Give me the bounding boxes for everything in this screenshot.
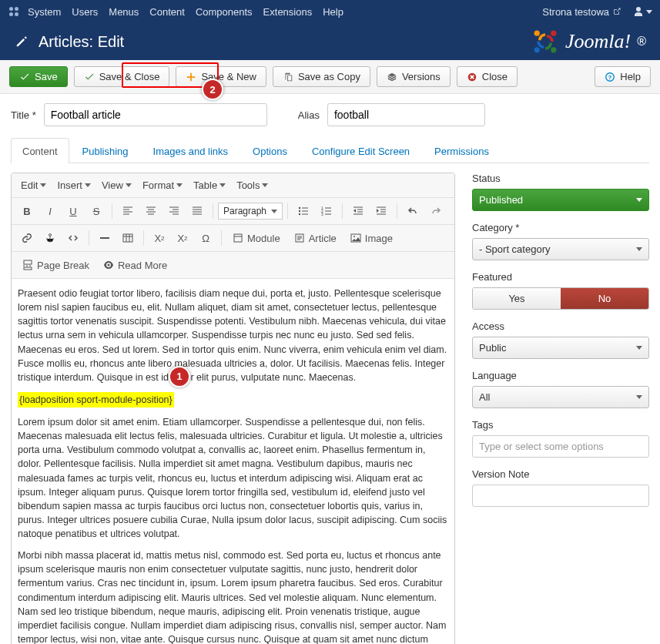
category-label: Category * xyxy=(472,222,649,233)
tab-content[interactable]: Content xyxy=(11,138,69,163)
menu-components[interactable]: Components xyxy=(196,6,253,18)
editor-menu-format[interactable]: Format xyxy=(138,176,187,194)
align-center-icon xyxy=(146,206,156,216)
charmap-button[interactable]: Ω xyxy=(195,228,216,248)
content-paragraph: Lorem ipsum dolor sit amet enim. Etiam u… xyxy=(18,415,448,541)
link-button[interactable] xyxy=(16,228,38,248)
anchor-button[interactable] xyxy=(39,228,61,248)
alias-input[interactable] xyxy=(327,103,485,126)
subscript-button[interactable]: X2 xyxy=(149,228,170,248)
caret-down-icon xyxy=(646,10,652,14)
tab-images-links[interactable]: Images and links xyxy=(142,138,240,163)
align-left-button[interactable] xyxy=(117,201,139,221)
menu-help[interactable]: Help xyxy=(323,6,343,18)
editor-menu-table[interactable]: Table xyxy=(189,176,230,194)
form-body: Title * Alias Content Publishing Images … xyxy=(0,94,660,644)
editor-content[interactable]: Praesent odio feugiat tortor libero, fac… xyxy=(12,279,454,644)
caret-down-icon xyxy=(636,346,642,350)
tab-options[interactable]: Options xyxy=(241,138,299,163)
align-right-icon xyxy=(169,206,179,216)
category-select[interactable]: - Sport category xyxy=(472,238,649,260)
site-frontend-link[interactable]: Strona testowa xyxy=(542,6,621,18)
caret-down-icon xyxy=(271,210,277,213)
indent-button[interactable] xyxy=(370,201,392,221)
outdent-button[interactable] xyxy=(347,201,369,221)
module-button[interactable]: Module xyxy=(226,228,286,248)
hr-button[interactable] xyxy=(94,228,116,248)
save-button[interactable]: Save xyxy=(9,66,68,87)
save-close-button[interactable]: Save & Close xyxy=(74,66,170,87)
caret-down-icon xyxy=(636,247,642,251)
tab-publishing[interactable]: Publishing xyxy=(71,138,140,163)
featured-no[interactable]: No xyxy=(561,288,648,309)
featured-toggle[interactable]: Yes No xyxy=(472,287,649,310)
versions-button[interactable]: Versions xyxy=(377,66,451,87)
stack-icon xyxy=(387,72,397,82)
menu-users[interactable]: Users xyxy=(72,6,98,18)
editor-menu-view[interactable]: View xyxy=(97,176,136,194)
code-button[interactable] xyxy=(62,228,84,248)
joomla-brand: Joomla!® xyxy=(531,28,646,55)
align-right-button[interactable] xyxy=(163,201,185,221)
undo-button[interactable] xyxy=(402,201,424,221)
number-list-button[interactable]: 123 xyxy=(316,201,337,221)
menu-menus[interactable]: Menus xyxy=(109,6,139,18)
editor-menu-insert[interactable]: Insert xyxy=(52,176,95,194)
editor-menu-tools[interactable]: Tools xyxy=(232,176,273,194)
access-label: Access xyxy=(472,320,649,332)
svg-point-11 xyxy=(299,207,300,209)
table-icon xyxy=(122,233,133,243)
help-button[interactable]: ? Help xyxy=(595,66,651,87)
pagebreak-button[interactable]: Page Break xyxy=(16,255,95,275)
caret-down-icon xyxy=(636,395,642,399)
version-note-input[interactable] xyxy=(472,485,649,507)
redo-button[interactable] xyxy=(425,201,447,221)
menu-system[interactable]: System xyxy=(28,6,61,18)
svg-point-22 xyxy=(353,236,355,237)
close-button[interactable]: Close xyxy=(457,66,518,87)
underline-button[interactable]: U xyxy=(62,201,84,221)
align-justify-button[interactable] xyxy=(186,201,208,221)
italic-button[interactable]: I xyxy=(39,201,61,221)
table-button[interactable] xyxy=(117,228,139,248)
bullet-list-button[interactable] xyxy=(293,201,314,221)
featured-yes[interactable]: Yes xyxy=(473,288,561,309)
user-menu[interactable] xyxy=(632,5,652,18)
svg-point-1 xyxy=(15,7,18,11)
editor: Edit Insert View Format Table Tools B I … xyxy=(11,173,455,644)
module-icon xyxy=(233,233,243,243)
image-button[interactable]: Image xyxy=(344,228,399,248)
tab-permissions[interactable]: Permissions xyxy=(423,138,501,163)
undo-icon xyxy=(407,206,418,216)
joomla-logo-icon xyxy=(531,28,559,55)
bold-button[interactable]: B xyxy=(16,201,38,221)
superscript-button[interactable]: X2 xyxy=(172,228,193,248)
article-button[interactable]: Article xyxy=(288,228,343,248)
language-select[interactable]: All xyxy=(472,386,649,408)
content-paragraph: Praesent odio feugiat tortor libero, fac… xyxy=(18,287,448,384)
indent-icon xyxy=(376,206,387,216)
access-select[interactable]: Public xyxy=(472,337,649,359)
status-select[interactable]: Published xyxy=(472,189,649,211)
code-icon xyxy=(68,233,79,243)
featured-label: Featured xyxy=(472,271,649,283)
strike-button[interactable]: S xyxy=(85,201,107,221)
align-center-button[interactable] xyxy=(140,201,162,221)
svg-point-2 xyxy=(9,12,13,16)
pagebreak-icon xyxy=(22,260,33,270)
tags-input[interactable]: Type or select some options xyxy=(472,435,649,458)
save-copy-button[interactable]: Save as Copy xyxy=(273,66,370,87)
menu-content[interactable]: Content xyxy=(149,6,185,18)
tab-configure-edit[interactable]: Configure Edit Screen xyxy=(300,138,421,163)
content-paragraph: Morbi nibh massa placerat id, mattis met… xyxy=(18,548,448,644)
caret-down-icon xyxy=(40,183,46,187)
svg-text:?: ? xyxy=(608,73,612,80)
title-label: Title * xyxy=(11,109,36,121)
title-input[interactable] xyxy=(44,103,267,126)
topbar-menus: System Users Menus Content Components Ex… xyxy=(28,6,343,18)
svg-point-0 xyxy=(9,7,13,11)
format-select[interactable]: Paragraph xyxy=(218,203,283,220)
readmore-button[interactable]: Read More xyxy=(97,255,173,275)
editor-menu-edit[interactable]: Edit xyxy=(16,176,51,194)
menu-extensions[interactable]: Extensions xyxy=(263,6,313,18)
